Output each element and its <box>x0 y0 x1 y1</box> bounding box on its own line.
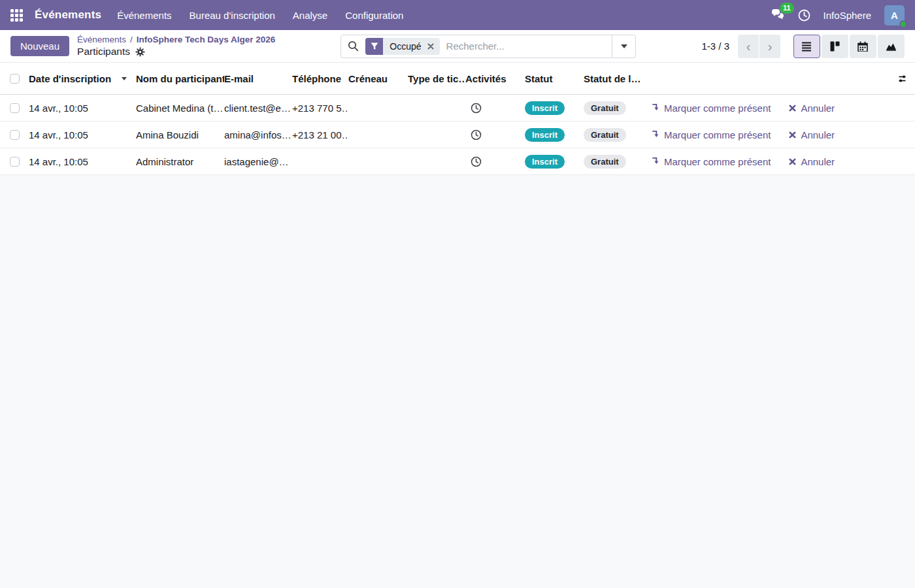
cell-email: iastagenie@… <box>224 156 292 167</box>
cancel-button[interactable]: Annuler <box>789 103 835 114</box>
top-navbar: Événements Événements Bureau d'inscripti… <box>0 0 915 30</box>
status-badge: Inscrit <box>525 101 565 115</box>
mark-present-button[interactable]: Marquer comme présent <box>651 156 771 167</box>
app-name[interactable]: Événements <box>35 8 101 22</box>
search-facet: Occupé <box>365 38 439 55</box>
level-down-arrow-icon <box>651 156 659 167</box>
optional-columns-button[interactable] <box>886 73 915 84</box>
calendar-view-button[interactable] <box>850 35 876 58</box>
new-record-button[interactable]: Nouveau <box>10 36 69 56</box>
search-bar: Occupé <box>341 35 636 58</box>
menu-item[interactable]: Événements <box>117 10 171 21</box>
breadcrumb-current-link[interactable]: InfoSphere Tech Days Alger 2026 <box>137 34 275 46</box>
activity-clock-icon[interactable] <box>471 129 482 140</box>
column-header-status[interactable]: Statut <box>525 73 584 84</box>
activity-clock-icon[interactable] <box>471 156 482 167</box>
cell-registration-date: 14 avr., 10:05 <box>29 103 136 114</box>
close-x-icon <box>789 156 796 167</box>
breadcrumb: Événements / InfoSphere Tech Days Alger … <box>77 34 275 59</box>
cell-registration-date: 14 avr., 10:05 <box>29 156 136 167</box>
table-row[interactable]: 14 avr., 10:05 Cabinet Medina (t… client… <box>0 95 915 122</box>
cancel-button[interactable]: Annuler <box>789 156 835 167</box>
level-down-arrow-icon <box>651 103 659 114</box>
column-header-email[interactable]: E-mail <box>224 73 292 84</box>
cell-email: client.test@e… <box>224 103 292 114</box>
cell-attendee-name: Amina Bouzidi <box>136 129 224 140</box>
cell-email: amina@infos… <box>224 129 292 140</box>
search-icon <box>348 41 359 52</box>
pager-next-button[interactable]: › <box>759 35 780 58</box>
select-all-cell <box>0 74 29 84</box>
sort-descending-icon <box>122 77 127 80</box>
cell-attendee-name: Administrator <box>136 156 224 167</box>
kanban-view-button[interactable] <box>822 35 848 58</box>
main-menu: Événements Bureau d'inscription Analyse … <box>117 10 403 21</box>
table-row[interactable]: 14 avr., 10:05 Amina Bouzidi amina@infos… <box>0 122 915 148</box>
column-header-activities[interactable]: Activités <box>465 73 525 84</box>
messages-button[interactable]: 11 <box>771 8 785 22</box>
row-checkbox[interactable] <box>10 103 20 113</box>
column-header-phone[interactable]: Téléphone <box>292 73 348 84</box>
message-count-badge: 11 <box>780 3 794 14</box>
column-header-ticket-type[interactable]: Type de tic… <box>408 73 465 84</box>
cancel-button[interactable]: Annuler <box>789 129 835 140</box>
column-header-ticket-status[interactable]: Statut de l… <box>584 73 644 84</box>
menu-item[interactable]: Analyse <box>293 10 327 21</box>
column-header-slot[interactable]: Créneau <box>348 73 408 84</box>
pager-previous-button[interactable]: ‹ <box>738 35 759 58</box>
graph-view-button[interactable] <box>878 35 905 58</box>
breadcrumb-parent-link[interactable]: Événements <box>77 34 126 46</box>
cell-registration-date: 14 avr., 10:05 <box>29 129 136 140</box>
apps-grid-icon[interactable] <box>10 8 25 22</box>
view-switcher <box>793 35 905 58</box>
page-title: Participants <box>77 45 130 58</box>
row-checkbox[interactable] <box>10 130 20 140</box>
breadcrumb-separator: / <box>130 34 133 46</box>
close-x-icon <box>789 103 796 114</box>
facet-label: Occupé <box>383 38 427 55</box>
mark-present-button[interactable]: Marquer comme présent <box>651 103 771 114</box>
navbar-right: 11 InfoSphere A <box>771 5 905 25</box>
table-row[interactable]: 14 avr., 10:05 Administrator iastagenie@… <box>0 148 915 175</box>
mark-present-button[interactable]: Marquer comme présent <box>651 129 771 140</box>
column-header-name[interactable]: Nom du participant <box>136 73 224 84</box>
search-dropdown-toggle[interactable] <box>612 35 635 57</box>
activity-clock-icon[interactable] <box>471 103 482 114</box>
online-status-dot <box>899 20 907 28</box>
status-badge: Inscrit <box>525 155 565 169</box>
company-name[interactable]: InfoSphere <box>824 10 871 21</box>
menu-item[interactable]: Bureau d'inscription <box>190 10 275 21</box>
search-input[interactable] <box>446 41 612 52</box>
filter-funnel-icon <box>365 38 383 55</box>
cell-phone: +213 770 5… <box>292 103 348 114</box>
activities-clock-button[interactable] <box>798 9 810 22</box>
table-body: 14 avr., 10:05 Cabinet Medina (t… client… <box>0 95 915 175</box>
level-down-arrow-icon <box>651 129 659 140</box>
pager-range: 1-3 / 3 <box>701 41 729 52</box>
close-x-icon <box>789 129 796 140</box>
ticket-status-badge: Gratuit <box>584 101 626 115</box>
row-checkbox[interactable] <box>10 157 20 167</box>
select-all-checkbox[interactable] <box>10 74 20 84</box>
ticket-status-badge: Gratuit <box>584 128 626 142</box>
cell-attendee-name: Cabinet Medina (t… <box>136 103 224 114</box>
table-header-row: Date d'inscription Nom du participant E-… <box>0 63 915 95</box>
control-panel-right: 1-3 / 3 ‹ › <box>701 35 905 58</box>
column-header-date[interactable]: Date d'inscription <box>29 73 136 84</box>
list-view-button[interactable] <box>793 35 820 58</box>
cell-phone: +213 21 00… <box>292 129 348 140</box>
control-panel: Nouveau Événements / InfoSphere Tech Day… <box>0 30 915 63</box>
status-badge: Inscrit <box>525 128 565 142</box>
gear-icon[interactable] <box>135 47 145 57</box>
menu-item[interactable]: Configuration <box>345 10 403 21</box>
avatar-initial: A <box>891 10 898 21</box>
facet-remove-icon[interactable] <box>427 38 440 55</box>
ticket-status-badge: Gratuit <box>584 155 626 169</box>
user-avatar[interactable]: A <box>884 5 905 25</box>
chevron-down-icon <box>621 44 627 48</box>
